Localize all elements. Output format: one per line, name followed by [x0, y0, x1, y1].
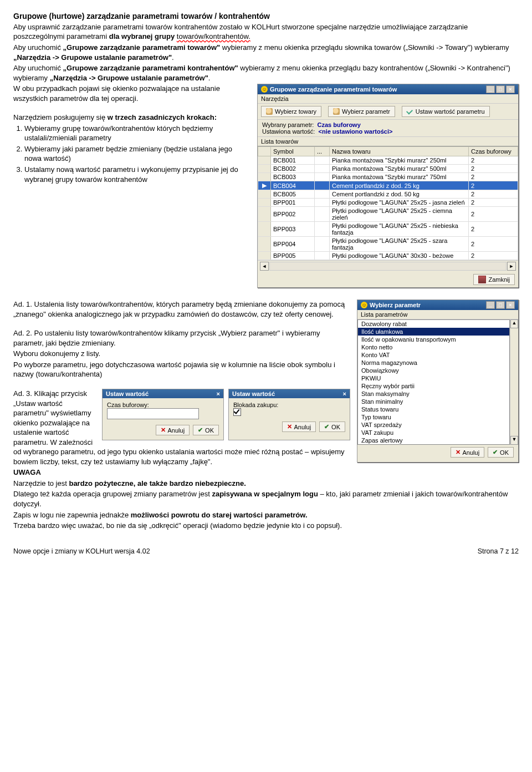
table-row[interactable]: BPP003Płytki podłogowe "LAGUNA" 25x25 - …: [258, 222, 518, 237]
t: możliwości powrotu do starej wartości pa…: [131, 511, 308, 519]
ok-icon: ✔: [324, 423, 329, 430]
table-row[interactable]: BPP002Płytki podłogowe "LAGUNA" 25x25 - …: [258, 207, 518, 222]
table-row[interactable]: BCB003Pianka montażowa "Szybki murarz" 7…: [258, 173, 518, 181]
col-czas[interactable]: Czas buforowy: [469, 147, 518, 156]
ustaw-wartosc-button[interactable]: Ustaw wartość parametru: [402, 106, 490, 117]
list-item[interactable]: Zapas alertowy: [358, 436, 509, 444]
grid-section-label: Lista towarów: [258, 136, 518, 146]
list-item[interactable]: Status towaru: [358, 405, 509, 413]
btn-label: OK: [331, 424, 340, 430]
minimize-button[interactable]: _: [486, 85, 495, 93]
list-item[interactable]: Stan minimalny: [358, 398, 509, 405]
anuluj-button[interactable]: ✕Anuluj: [282, 421, 316, 432]
list-item[interactable]: VAT zakupu: [358, 429, 509, 436]
anuluj-button[interactable]: ✕Anuluj: [156, 425, 190, 435]
p1c-text: towarów/kontrahentów.: [177, 32, 250, 40]
cell-symbol: BCB003: [271, 173, 315, 181]
zamknij-button[interactable]: Zamknij: [473, 274, 515, 285]
cell-nazwa: Pianka montażowa "Szybki murarz" 750ml: [330, 173, 469, 181]
scroll-left-arrow[interactable]: ◄: [260, 262, 269, 271]
t: .: [208, 74, 211, 82]
list-item[interactable]: Ilość w opakowaniu transportowym: [358, 336, 509, 343]
menubar[interactable]: Lista parametrów: [357, 310, 518, 319]
cell-blank: [315, 222, 330, 237]
list-item[interactable]: Obowiązkowy: [358, 367, 509, 374]
wybierz-towary-button[interactable]: Wybierz towary: [261, 106, 321, 117]
list-item[interactable]: VAT sprzedaży: [358, 421, 509, 429]
cell-czas: 2: [469, 165, 518, 173]
horizontal-scrollbar[interactable]: ◄ ►: [258, 260, 518, 272]
list-item[interactable]: PKWiU: [358, 374, 509, 382]
close-x-button[interactable]: ×: [506, 301, 515, 309]
blokada-checkbox[interactable]: [233, 408, 241, 416]
parametr-listbox[interactable]: Dozwolony rabatIlość ułamkowaIlość w opa…: [357, 319, 510, 445]
scroll-track[interactable]: [269, 262, 507, 271]
table-row[interactable]: BPP001Płytki podłogowe "LAGUNA" 25x25 - …: [258, 199, 518, 207]
list-item[interactable]: Ilość ułamkowa: [358, 328, 509, 336]
cell-czas: 2: [469, 222, 518, 237]
param-info: Wybrany parametr: Czas buforowy Ustawion…: [258, 120, 518, 136]
t: wybieramy z menu okienka przeglądu słown…: [220, 43, 509, 52]
anuluj-button[interactable]: ✕Anuluj: [451, 447, 485, 458]
check-icon: [407, 108, 413, 115]
table-row[interactable]: BPP004Płytki podłogowe "LAGUNA" 25x25 - …: [258, 237, 518, 252]
col-nazwa[interactable]: Nazwa towaru: [330, 147, 469, 156]
dialog-ustaw-blokada: Ustaw wartość× Blokada zakupu: ✕Anuluj ✔…: [228, 389, 350, 440]
list-item[interactable]: Konto netto: [358, 343, 509, 351]
cell-czas: 2: [469, 190, 518, 199]
cell-blank: [315, 252, 330, 260]
scroll-up-arrow[interactable]: ▲: [510, 319, 518, 328]
list-item[interactable]: Norma magazynowa: [358, 359, 509, 367]
cell-czas: 2: [469, 181, 518, 190]
list-item[interactable]: Konto VAT: [358, 351, 509, 359]
t: w trzech zasadniczych krokach:: [108, 113, 217, 121]
row-marker: [258, 222, 271, 237]
czas-buforowy-input[interactable]: [107, 408, 199, 419]
list-item[interactable]: Ręczny wybór partii: [358, 382, 509, 390]
t: bardzo pożyteczne, ale także bardzo nieb…: [69, 479, 245, 487]
dialog-ustaw-czas: Ustaw wartość× Czas buforowy: ✕Anuluj ✔O…: [102, 389, 224, 440]
p1b: dla wybranej grupy: [109, 32, 175, 40]
vertical-scrollbar[interactable]: ▲ ▼: [510, 319, 518, 445]
hand-icon: [266, 108, 273, 115]
p1c: towarów/kontrahentów.: [175, 32, 250, 40]
maximize-button[interactable]: □: [496, 301, 505, 309]
list-item[interactable]: Typ towaru: [358, 413, 509, 421]
selected-param-value: Czas buforowy: [318, 121, 361, 128]
close-x-button[interactable]: ×: [217, 390, 220, 397]
table-row[interactable]: BCB005Cement portlandzki z dod. 50 kg2: [258, 190, 518, 199]
list-item[interactable]: Dozwolony rabat: [358, 320, 509, 328]
ok-button[interactable]: ✔OK: [488, 447, 514, 458]
table-row[interactable]: BCB001Pianka montażowa "Szybki murarz" 2…: [258, 156, 518, 165]
t: zapisywana w specjalnym logu: [212, 490, 318, 498]
ok-button[interactable]: ✔OK: [319, 421, 345, 432]
app-icon: ☺: [361, 302, 367, 308]
cancel-icon: ✕: [287, 423, 292, 430]
t: Aby uruchomić: [13, 64, 63, 72]
close-x-button[interactable]: ×: [506, 85, 515, 93]
table-row[interactable]: BCB002Pianka montażowa "Szybki murarz" 5…: [258, 165, 518, 173]
window-titlebar[interactable]: ☺ Grupowe zarządzanie parametrami towaró…: [258, 84, 518, 94]
maximize-button[interactable]: □: [496, 85, 505, 93]
minimize-button[interactable]: _: [486, 301, 495, 309]
list-item[interactable]: Stan maksymalny: [358, 390, 509, 398]
row-marker-col: [258, 147, 271, 156]
wybierz-parametr-button[interactable]: Wybierz parametr: [328, 106, 395, 117]
selected-param-label: Wybrany parametr:: [262, 121, 314, 128]
table-row[interactable]: BPP005Płytki podłogowe "LAGUNA" 30x30 - …: [258, 252, 518, 260]
col-sort[interactable]: ...: [315, 147, 330, 156]
menubar[interactable]: Narzędzia: [258, 94, 518, 104]
close-x-button[interactable]: ×: [343, 390, 346, 397]
col-symbol[interactable]: Symbol: [271, 147, 315, 156]
t: Narzędzie to jest: [13, 479, 69, 487]
ok-button[interactable]: ✔OK: [193, 425, 219, 435]
footer-left: Nowe opcje i zmiany w KOLHurt wersja 4.0…: [13, 547, 150, 555]
scroll-right-arrow[interactable]: ►: [507, 262, 516, 271]
table-row[interactable]: ▶BCB004Cement portlandzki z dod. 25 kg2: [258, 181, 518, 190]
towary-grid[interactable]: Symbol ... Nazwa towaru Czas buforowy BC…: [258, 146, 518, 260]
scroll-down-arrow[interactable]: ▼: [510, 436, 518, 445]
window-titlebar[interactable]: ☺ Wybierz parametr _ □ ×: [357, 300, 518, 310]
uwaga-1: Narzędzie to jest bardzo pożyteczne, ale…: [13, 479, 519, 489]
cell-czas: 2: [469, 207, 518, 222]
window-grupowe-parametry: ☺ Grupowe zarządzanie parametrami towaró…: [257, 84, 519, 288]
